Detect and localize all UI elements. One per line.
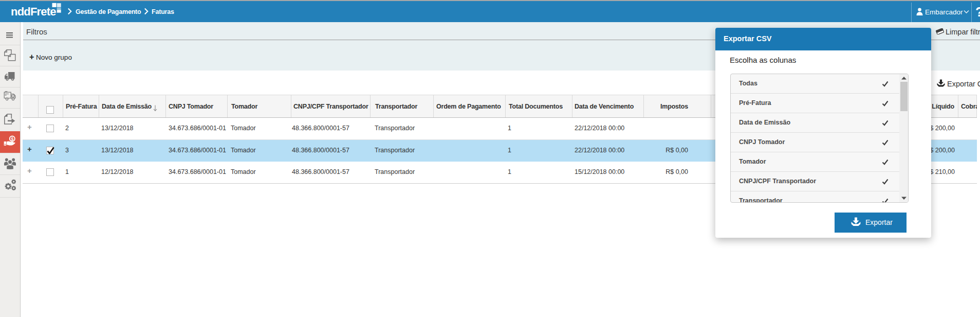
svg-text:$: $ (11, 136, 13, 142)
